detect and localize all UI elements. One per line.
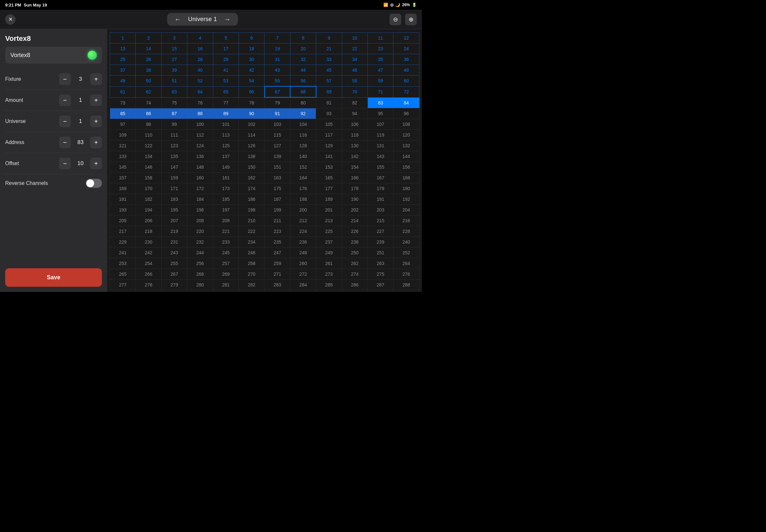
channel-cell[interactable]: 215 bbox=[368, 215, 394, 226]
channel-cell[interactable]: 146 bbox=[136, 162, 161, 173]
channel-cell[interactable]: 113 bbox=[213, 130, 238, 140]
channel-cell[interactable]: 194 bbox=[136, 205, 161, 215]
channel-cell[interactable]: 178 bbox=[342, 183, 367, 194]
channel-cell[interactable]: 32 bbox=[290, 54, 316, 65]
channel-cell[interactable]: 73 bbox=[110, 97, 136, 108]
channel-cell[interactable]: 168 bbox=[394, 173, 420, 183]
channel-cell[interactable]: 208 bbox=[187, 215, 213, 226]
channel-cell[interactable]: 72 bbox=[394, 86, 420, 97]
channel-cell[interactable]: 25 bbox=[110, 54, 136, 65]
table-row[interactable]: 495051525354555657585960 bbox=[110, 76, 420, 87]
channel-cell[interactable]: 14 bbox=[136, 43, 161, 54]
channel-cell[interactable]: 131 bbox=[368, 140, 394, 151]
channel-cell[interactable]: 218 bbox=[136, 226, 161, 237]
channel-cell[interactable]: 90 bbox=[239, 108, 264, 119]
channel-cell[interactable]: 286 bbox=[342, 280, 367, 290]
channel-cell[interactable]: 4 bbox=[187, 33, 213, 43]
channel-cell[interactable]: 102 bbox=[239, 119, 264, 130]
table-row[interactable]: 265266267268269270271272273274275276 bbox=[110, 269, 420, 280]
channel-cell[interactable]: 93 bbox=[316, 108, 342, 119]
channel-cell[interactable]: 33 bbox=[316, 54, 342, 65]
table-row[interactable]: 217218219220221222223224225226227228 bbox=[110, 226, 420, 237]
channel-cell[interactable]: 41 bbox=[213, 65, 238, 76]
channel-cell[interactable]: 16 bbox=[187, 43, 213, 54]
channel-cell[interactable]: 290 bbox=[136, 290, 161, 292]
channel-cell[interactable]: 204 bbox=[394, 205, 420, 215]
channel-cell[interactable]: 117 bbox=[316, 130, 342, 140]
channel-cell[interactable]: 3 bbox=[161, 33, 187, 43]
offset-decrement-button[interactable]: − bbox=[59, 158, 71, 169]
channel-cell[interactable]: 210 bbox=[239, 215, 264, 226]
channel-cell[interactable]: 164 bbox=[290, 173, 316, 183]
channel-cell[interactable]: 84 bbox=[394, 97, 420, 108]
channel-cell[interactable]: 95 bbox=[368, 108, 394, 119]
channel-cell[interactable]: 277 bbox=[110, 280, 136, 290]
channel-cell[interactable]: 85 bbox=[110, 108, 136, 119]
channel-cell[interactable]: 119 bbox=[368, 130, 394, 140]
channel-cell[interactable]: 180 bbox=[394, 183, 420, 194]
channel-cell[interactable]: 21 bbox=[316, 43, 342, 54]
channel-cell[interactable]: 288 bbox=[394, 280, 420, 290]
address-decrement-button[interactable]: − bbox=[59, 137, 71, 148]
channel-cell[interactable]: 205 bbox=[110, 215, 136, 226]
channel-cell[interactable]: 13 bbox=[110, 43, 136, 54]
channel-cell[interactable]: 186 bbox=[239, 194, 264, 205]
prev-universe-button[interactable]: ← bbox=[172, 15, 183, 24]
channel-cell[interactable]: 280 bbox=[187, 280, 213, 290]
channel-cell[interactable]: 130 bbox=[342, 140, 367, 151]
channel-cell[interactable]: 56 bbox=[290, 76, 316, 87]
channel-cell[interactable]: 109 bbox=[110, 130, 136, 140]
channel-cell[interactable]: 300 bbox=[394, 290, 420, 292]
channel-cell[interactable]: 248 bbox=[290, 248, 316, 258]
table-row[interactable]: 131415161718192021222324 bbox=[110, 43, 420, 54]
channel-cell[interactable]: 223 bbox=[264, 226, 290, 237]
channel-cell[interactable]: 273 bbox=[316, 269, 342, 280]
channel-cell[interactable]: 63 bbox=[161, 86, 187, 97]
channel-cell[interactable]: 224 bbox=[290, 226, 316, 237]
channel-cell[interactable]: 82 bbox=[342, 97, 367, 108]
channel-cell[interactable]: 62 bbox=[136, 86, 161, 97]
channel-cell[interactable]: 287 bbox=[368, 280, 394, 290]
channel-cell[interactable]: 17 bbox=[213, 43, 238, 54]
table-row[interactable]: 616263646566676869707172 bbox=[110, 86, 420, 97]
channel-cell[interactable]: 15 bbox=[161, 43, 187, 54]
channel-cell[interactable]: 142 bbox=[342, 151, 367, 162]
channel-cell[interactable]: 94 bbox=[342, 108, 367, 119]
channel-cell[interactable]: 137 bbox=[213, 151, 238, 162]
channel-cell[interactable]: 244 bbox=[187, 248, 213, 258]
channel-cell[interactable]: 231 bbox=[161, 237, 187, 248]
table-row[interactable]: 169170171172173174175176177178179180 bbox=[110, 183, 420, 194]
channel-cell[interactable]: 170 bbox=[136, 183, 161, 194]
channel-cell[interactable]: 81 bbox=[316, 97, 342, 108]
channel-cell[interactable]: 111 bbox=[161, 130, 187, 140]
channel-cell[interactable]: 152 bbox=[290, 162, 316, 173]
channel-cell[interactable]: 118 bbox=[342, 130, 367, 140]
channel-cell[interactable]: 283 bbox=[264, 280, 290, 290]
channel-cell[interactable]: 263 bbox=[368, 258, 394, 269]
channel-cell[interactable]: 187 bbox=[264, 194, 290, 205]
channel-cell[interactable]: 70 bbox=[342, 86, 367, 97]
channel-cell[interactable]: 260 bbox=[290, 258, 316, 269]
channel-cell[interactable]: 240 bbox=[394, 237, 420, 248]
channel-cell[interactable]: 253 bbox=[110, 258, 136, 269]
channel-cell[interactable]: 257 bbox=[213, 258, 238, 269]
channel-cell[interactable]: 157 bbox=[110, 173, 136, 183]
channel-cell[interactable]: 255 bbox=[161, 258, 187, 269]
close-button[interactable]: ✕ bbox=[5, 14, 16, 25]
channel-cell[interactable]: 242 bbox=[136, 248, 161, 258]
channel-cell[interactable]: 269 bbox=[213, 269, 238, 280]
channel-cell[interactable]: 207 bbox=[161, 215, 187, 226]
channel-cell[interactable]: 274 bbox=[342, 269, 367, 280]
channel-cell[interactable]: 35 bbox=[368, 54, 394, 65]
table-row[interactable]: 229230231232233234235236237238239240 bbox=[110, 237, 420, 248]
channel-cell[interactable]: 120 bbox=[394, 130, 420, 140]
channel-cell[interactable]: 97 bbox=[110, 119, 136, 130]
channel-cell[interactable]: 124 bbox=[187, 140, 213, 151]
channel-cell[interactable]: 190 bbox=[342, 194, 367, 205]
channel-cell[interactable]: 55 bbox=[264, 76, 290, 87]
channel-cell[interactable]: 265 bbox=[110, 269, 136, 280]
table-row[interactable]: 241242243244245246247248249250251252 bbox=[110, 248, 420, 258]
channel-cell[interactable]: 39 bbox=[161, 65, 187, 76]
channel-cell[interactable]: 201 bbox=[316, 205, 342, 215]
channel-cell[interactable]: 232 bbox=[187, 237, 213, 248]
